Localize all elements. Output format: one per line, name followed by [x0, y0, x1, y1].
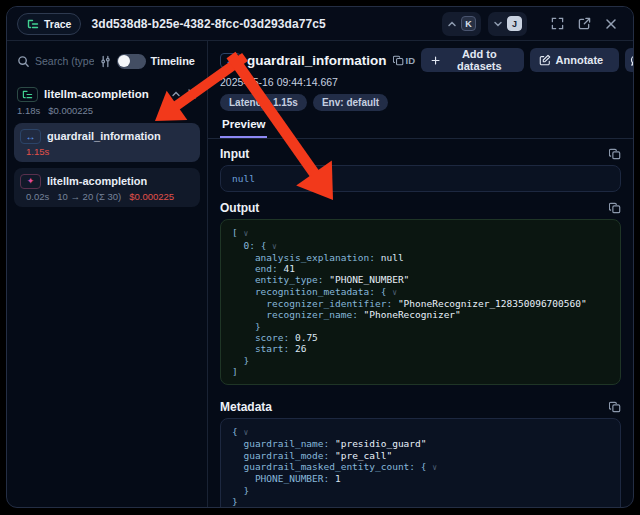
annotate-split-button: Annotate [530, 48, 619, 72]
fold-tree-button[interactable] [187, 89, 197, 99]
tree-item-label: guardrail_information [47, 130, 161, 142]
comments-button[interactable] [625, 48, 634, 72]
filter-icon[interactable] [99, 55, 112, 68]
output-section-title: Output [220, 201, 259, 215]
annotate-menu-button[interactable] [612, 48, 619, 72]
trace-detail-window: Trace 3dd538d8-b25e-4382-8fcc-03d293da77… [6, 6, 634, 508]
item-cost: $0.000225 [129, 191, 174, 202]
tree-root-metrics: 1.18s $0.000225 [7, 103, 207, 117]
shortcut-key-j: J [507, 16, 522, 31]
list-tree-icon [17, 87, 38, 102]
copy-id-button[interactable]: ID [393, 55, 416, 66]
close-button[interactable] [601, 14, 621, 34]
tree-item-guardrail-information[interactable]: ↔ guardrail_information 1.15s [14, 123, 200, 162]
input-code-block: null [220, 165, 621, 192]
swap-arrows-icon: ↔ [220, 53, 241, 68]
env-badge: Env: default [313, 94, 388, 111]
metadata-code-block: { ∨ guardrail_name: "presidio_guard" gua… [220, 418, 621, 507]
open-external-button[interactable] [574, 14, 594, 34]
item-tokens: 10 → 20 (Σ 30) [57, 191, 121, 202]
trace-tree-icon [27, 18, 39, 30]
copy-icon [609, 202, 621, 214]
observation-title: guardrail_information [247, 53, 387, 68]
badges-row: Latency: 1.15s Env: default [208, 94, 633, 111]
external-link-icon [578, 17, 591, 30]
sparkle-icon: ✦ [20, 174, 41, 189]
copy-metadata-button[interactable] [609, 401, 621, 413]
topbar: Trace 3dd538d8-b25e-4382-8fcc-03d293da77… [7, 7, 633, 41]
metadata-section-title: Metadata [220, 400, 272, 414]
observation-header: ↔ guardrail_information ID Add to datase… [208, 48, 633, 72]
id-label: ID [406, 55, 416, 66]
trace-id: 3dd538d8-b25e-4382-8fcc-03d293da77c5 [91, 17, 432, 31]
plus-icon [431, 55, 440, 66]
preview-panel: Input null Output [ [208, 139, 633, 507]
unfold-less-icon [187, 89, 197, 99]
search-row: Timeline [7, 49, 207, 73]
chevron-down-icon [493, 19, 503, 29]
search-input[interactable] [35, 55, 94, 67]
tree-root-item[interactable]: litellm-acompletion [7, 85, 207, 103]
collapse-all-button[interactable] [171, 89, 181, 99]
nav-next-button[interactable]: J [488, 12, 527, 36]
annotate-button[interactable]: Annotate [530, 48, 613, 72]
root-latency: 1.18s [17, 105, 40, 117]
annotate-label: Annotate [556, 54, 604, 66]
maximize-icon [551, 17, 564, 30]
search-icon [17, 55, 30, 68]
tabs-row: Preview [208, 118, 633, 139]
add-to-datasets-button[interactable]: Add to datasets [421, 48, 524, 72]
latency-badge: Latency: 1.15s [220, 94, 307, 111]
trace-tree-sidebar: Timeline litellm-acompletion 1.18s $ [7, 41, 208, 507]
copy-icon [393, 55, 404, 66]
shortcut-key-k: K [461, 16, 476, 31]
copy-input-button[interactable] [609, 148, 621, 160]
observation-timestamp: 2025-05-16 09:44:14.667 [208, 76, 633, 89]
output-code-block: [ ∨ 0: { ∨ analysis_explanation: null en… [220, 219, 621, 385]
annotate-pencil-icon [539, 54, 551, 66]
copy-output-button[interactable] [609, 202, 621, 214]
observation-detail-panel: ↔ guardrail_information ID Add to datase… [208, 41, 633, 507]
timeline-label: Timeline [151, 55, 197, 67]
item-latency: 0.02s [26, 191, 49, 202]
comment-icon [630, 54, 634, 67]
topbar-actions: K J [442, 12, 621, 36]
tree-root-label: litellm-acompletion [44, 88, 165, 100]
close-icon [605, 18, 617, 30]
chevron-up-icon [447, 19, 457, 29]
tab-preview[interactable]: Preview [220, 118, 267, 138]
trace-type-badge: Trace [17, 13, 81, 35]
root-cost: $0.000225 [48, 105, 93, 117]
trace-badge-label: Trace [44, 18, 71, 30]
chevron-up-icon [171, 89, 181, 99]
nav-previous-button[interactable]: K [442, 12, 481, 36]
timeline-toggle[interactable] [117, 54, 146, 69]
item-latency: 1.15s [26, 146, 49, 157]
add-to-datasets-label: Add to datasets [445, 48, 513, 72]
tree-item-label: litellm-acompletion [47, 175, 147, 187]
copy-icon [609, 148, 621, 160]
maximize-button[interactable] [547, 14, 567, 34]
copy-icon [609, 401, 621, 413]
swap-arrows-icon: ↔ [20, 129, 41, 144]
tree-item-litellm-acompletion[interactable]: ✦ litellm-acompletion 0.02s 10 → 20 (Σ 3… [14, 168, 200, 207]
input-section-title: Input [220, 147, 249, 161]
